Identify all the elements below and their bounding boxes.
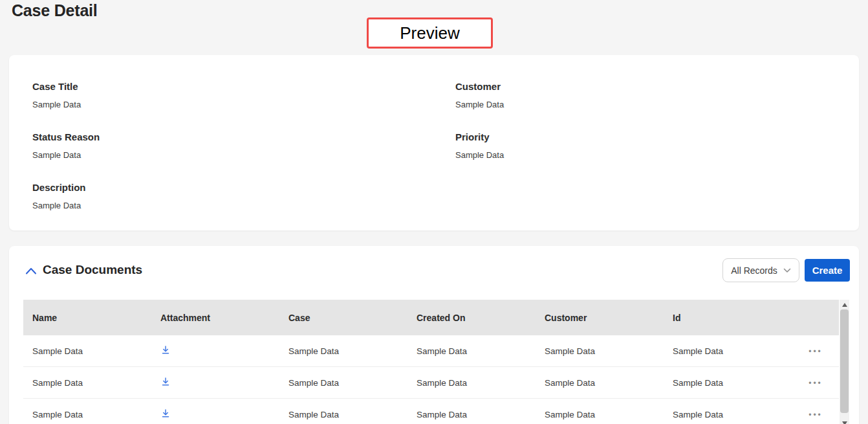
field-customer: Customer Sample Data — [455, 80, 836, 110]
chevron-down-icon — [783, 268, 791, 273]
download-icon[interactable] — [160, 408, 171, 419]
collapse-section-button[interactable] — [23, 264, 39, 277]
chevron-up-icon — [25, 267, 37, 274]
table-row: Sample Data Sample Data Sample Data Samp… — [23, 335, 839, 367]
page-title: Case Detail — [12, 1, 98, 20]
cell-attachment — [151, 377, 279, 389]
field-value: Sample Data — [32, 201, 455, 211]
field-label: Case Title — [32, 80, 455, 93]
table-row: Sample Data Sample Data Sample Data Samp… — [23, 367, 839, 399]
case-documents-card: Case Documents All Records Create Name A… — [9, 246, 859, 424]
scrollbar-up-button[interactable] — [840, 300, 849, 309]
cell-id: Sample Data — [664, 410, 792, 419]
case-detail-card: Case Title Sample Data Customer Sample D… — [9, 55, 859, 230]
more-actions-button[interactable]: ••• — [806, 379, 825, 388]
column-header-attachment: Attachment — [151, 313, 279, 323]
more-actions-button[interactable]: ••• — [806, 347, 825, 356]
cell-actions: ••• — [792, 346, 839, 356]
cell-id: Sample Data — [664, 346, 792, 356]
records-filter-dropdown[interactable]: All Records — [722, 258, 799, 282]
column-header-customer: Customer — [536, 313, 664, 323]
cell-name: Sample Data — [23, 378, 151, 388]
cell-created-on: Sample Data — [407, 410, 536, 419]
field-description: Description Sample Data — [32, 181, 455, 211]
cell-name: Sample Data — [23, 410, 151, 419]
cell-created-on: Sample Data — [407, 346, 536, 356]
cell-case: Sample Data — [279, 410, 407, 419]
field-value: Sample Data — [455, 150, 836, 161]
cell-created-on: Sample Data — [407, 378, 536, 388]
cell-customer: Sample Data — [536, 346, 664, 356]
column-header-created-on: Created On — [407, 313, 536, 323]
download-icon[interactable] — [160, 377, 171, 387]
field-case-title: Case Title Sample Data — [32, 80, 455, 110]
detail-fields-grid: Case Title Sample Data Customer Sample D… — [9, 55, 859, 232]
more-horizontal-icon: ••• — [808, 347, 823, 356]
section-title: Case Documents — [43, 263, 142, 277]
cell-customer: Sample Data — [536, 410, 664, 419]
field-status-reason: Status Reason Sample Data — [32, 131, 455, 161]
download-icon[interactable] — [160, 345, 171, 355]
documents-table: Name Attachment Case Created On Customer… — [23, 300, 839, 424]
more-horizontal-icon: ••• — [808, 410, 823, 419]
preview-badge: Preview — [367, 17, 493, 49]
cell-actions: ••• — [792, 378, 839, 388]
field-priority: Priority Sample Data — [455, 131, 836, 161]
column-header-case: Case — [279, 313, 407, 323]
records-filter-value: All Records — [731, 265, 777, 276]
cell-case: Sample Data — [279, 378, 407, 388]
cell-actions: ••• — [792, 410, 839, 419]
preview-badge-label: Preview — [400, 23, 459, 43]
more-actions-button[interactable]: ••• — [806, 410, 825, 419]
table-header-row: Name Attachment Case Created On Customer… — [23, 300, 839, 335]
field-value: Sample Data — [32, 150, 455, 161]
triangle-down-icon — [842, 421, 847, 424]
cell-attachment — [151, 408, 279, 421]
scrollbar-down-button[interactable] — [840, 418, 849, 424]
cell-attachment — [151, 345, 279, 357]
table-row: Sample Data Sample Data Sample Data Samp… — [23, 399, 839, 424]
cell-id: Sample Data — [664, 378, 792, 388]
page: Case Detail Preview Case Title Sample Da… — [0, 0, 868, 424]
column-header-name: Name — [23, 313, 151, 323]
more-horizontal-icon: ••• — [808, 379, 823, 388]
cell-customer: Sample Data — [536, 378, 664, 388]
field-label: Customer — [455, 80, 836, 93]
field-value: Sample Data — [455, 100, 836, 110]
column-header-id: Id — [664, 313, 792, 323]
field-label: Status Reason — [32, 131, 455, 143]
cell-case: Sample Data — [279, 346, 407, 356]
field-value: Sample Data — [32, 100, 455, 110]
cell-name: Sample Data — [23, 346, 151, 356]
table-scrollbar[interactable] — [840, 300, 849, 424]
field-label: Priority — [455, 131, 836, 143]
field-label: Description — [32, 181, 455, 194]
triangle-up-icon — [842, 303, 847, 307]
scrollbar-thumb[interactable] — [840, 309, 849, 413]
create-button[interactable]: Create — [805, 259, 850, 282]
